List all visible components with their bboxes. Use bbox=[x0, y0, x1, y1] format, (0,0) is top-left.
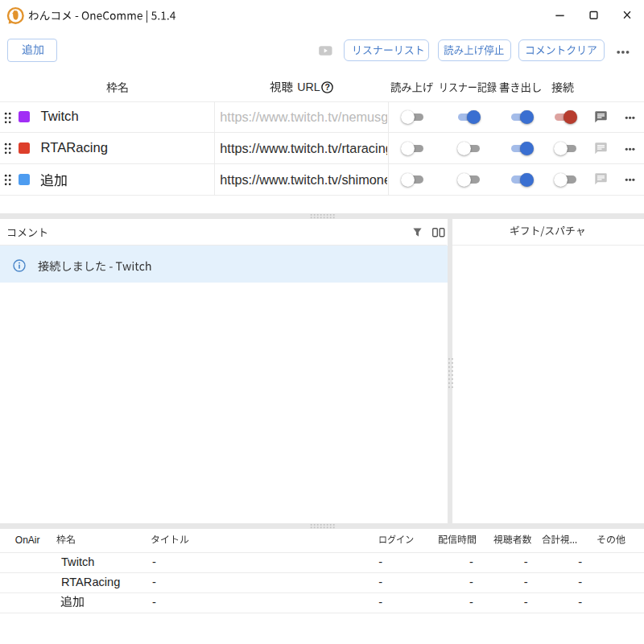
svg-text:?: ? bbox=[324, 82, 329, 92]
